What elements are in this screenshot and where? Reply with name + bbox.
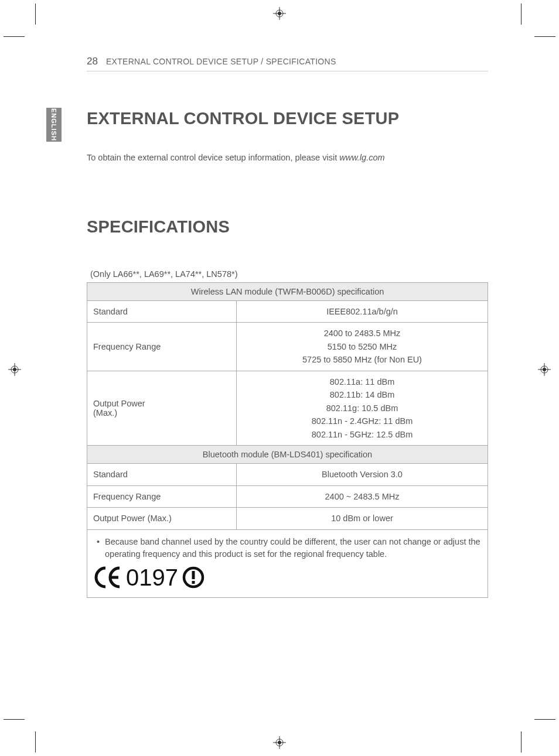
registration-mark-icon <box>538 363 551 376</box>
note-list: Because band channel used by the country… <box>94 536 480 562</box>
note-cell: Because band channel used by the country… <box>87 529 488 598</box>
heading-external-control: EXTERNAL CONTROL DEVICE SETUP <box>87 109 488 128</box>
spec-value: 2400 to 2483.5 MHz5150 to 5250 MHz5725 t… <box>237 323 488 371</box>
spec-value: 10 dBm or lower <box>237 508 488 529</box>
crop-mark <box>534 719 555 720</box>
ce-number: 0197 <box>126 566 178 589</box>
crop-mark <box>534 36 555 37</box>
spec-label: Standard <box>87 464 237 485</box>
spec-label: Frequency Range <box>87 485 237 507</box>
intro-text: To obtain the external control device se… <box>87 153 339 162</box>
spec-label: Frequency Range <box>87 323 237 371</box>
spec-label: Output Power (Max.) <box>87 508 237 529</box>
header-title: EXTERNAL CONTROL DEVICE SETUP / SPECIFIC… <box>106 57 336 66</box>
spec-value: 802.11a: 11 dBm802.11b: 14 dBm802.11g: 1… <box>237 371 488 445</box>
registration-mark-icon <box>273 7 286 20</box>
spec-value: Bluetooth Version 3.0 <box>237 464 488 485</box>
spec-value: IEEE802.11a/b/g/n <box>237 301 488 323</box>
crop-mark <box>35 4 36 25</box>
running-header: 28 EXTERNAL CONTROL DEVICE SETUP / SPECI… <box>87 56 488 71</box>
crop-mark <box>4 36 25 37</box>
crop-mark <box>521 731 521 752</box>
alert-circle-icon <box>182 566 205 589</box>
page-number: 28 <box>87 56 98 67</box>
intro-link: www.lg.com <box>339 153 384 162</box>
note-item: Because band channel used by the country… <box>94 536 480 562</box>
bt-header: Bluetooth module (BM-LDS401) specificati… <box>87 446 488 464</box>
spec-label: Output Power(Max.) <box>87 371 237 445</box>
crop-mark <box>4 719 25 720</box>
spec-table: Wireless LAN module (TWFM-B006D) specifi… <box>87 282 488 598</box>
heading-specifications: SPECIFICATIONS <box>87 217 488 237</box>
page-content: 28 EXTERNAL CONTROL DEVICE SETUP / SPECI… <box>87 56 488 598</box>
models-note: (Only LA66**, LA69**, LA74**, LN578*) <box>90 269 488 279</box>
ce-marking: 0197 <box>94 566 480 589</box>
table-row: Output Power(Max.) 802.11a: 11 dBm802.11… <box>87 371 488 445</box>
svg-rect-19 <box>192 581 195 584</box>
table-row: Frequency Range 2400 to 2483.5 MHz5150 t… <box>87 323 488 371</box>
table-row: Standard IEEE802.11a/b/g/n <box>87 301 488 323</box>
wlan-header: Wireless LAN module (TWFM-B006D) specifi… <box>87 283 488 301</box>
registration-mark-icon <box>273 736 286 749</box>
table-row: Output Power (Max.) 10 dBm or lower <box>87 508 488 529</box>
ce-logo-icon <box>94 566 122 589</box>
crop-mark <box>521 4 521 25</box>
table-row: Frequency Range 2400 ~ 2483.5 MHz <box>87 485 488 507</box>
table-row: Because band channel used by the country… <box>87 529 488 598</box>
crop-mark <box>35 731 36 752</box>
spec-value: 2400 ~ 2483.5 MHz <box>237 485 488 507</box>
language-tab: ENGLISH <box>46 108 62 142</box>
spec-label: Standard <box>87 301 237 323</box>
svg-rect-18 <box>192 571 195 579</box>
intro-paragraph: To obtain the external control device se… <box>87 153 488 162</box>
table-row: Standard Bluetooth Version 3.0 <box>87 464 488 485</box>
registration-mark-icon <box>8 363 21 376</box>
svg-rect-16 <box>111 576 118 579</box>
